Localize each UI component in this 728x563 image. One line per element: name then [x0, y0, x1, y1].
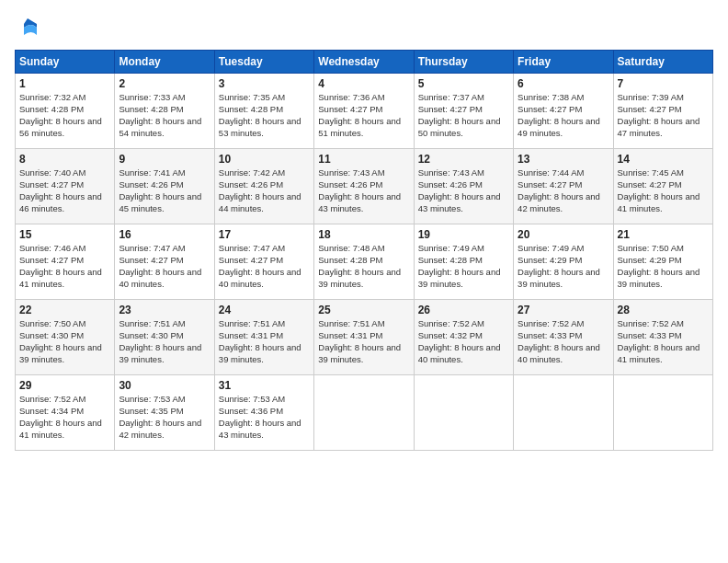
day-info: Sunrise: 7:49 AMSunset: 4:29 PMDaylight:… [518, 243, 609, 290]
day-info: Sunrise: 7:52 AMSunset: 4:32 PMDaylight:… [418, 318, 509, 365]
calendar-header-cell: Monday [115, 51, 214, 74]
calendar-week-row: 22Sunrise: 7:50 AMSunset: 4:30 PMDayligh… [16, 300, 713, 375]
logo [15, 15, 44, 40]
day-info: Sunrise: 7:40 AMSunset: 4:27 PMDaylight:… [19, 167, 110, 214]
day-number: 4 [318, 76, 409, 91]
day-number: 26 [418, 303, 509, 317]
day-info: Sunrise: 7:33 AMSunset: 4:28 PMDaylight:… [119, 92, 210, 139]
day-number: 27 [518, 303, 609, 317]
day-info: Sunrise: 7:49 AMSunset: 4:28 PMDaylight:… [418, 243, 509, 290]
day-number: 15 [19, 227, 110, 242]
day-number: 7 [618, 76, 709, 91]
calendar-cell: 27Sunrise: 7:52 AMSunset: 4:33 PMDayligh… [514, 300, 613, 375]
calendar-cell: 6Sunrise: 7:38 AMSunset: 4:27 PMDaylight… [514, 74, 613, 149]
calendar-cell: 17Sunrise: 7:47 AMSunset: 4:27 PMDayligh… [214, 224, 313, 300]
calendar-cell: 15Sunrise: 7:46 AMSunset: 4:27 PMDayligh… [16, 224, 115, 300]
calendar-cell: 21Sunrise: 7:50 AMSunset: 4:29 PMDayligh… [613, 224, 712, 300]
calendar-week-row: 1Sunrise: 7:32 AMSunset: 4:28 PMDaylight… [16, 74, 713, 149]
day-number: 17 [219, 227, 310, 242]
calendar-cell: 26Sunrise: 7:52 AMSunset: 4:32 PMDayligh… [414, 300, 513, 375]
day-info: Sunrise: 7:51 AMSunset: 4:31 PMDaylight:… [219, 318, 310, 365]
calendar-cell: 18Sunrise: 7:48 AMSunset: 4:28 PMDayligh… [314, 224, 414, 300]
day-info: Sunrise: 7:53 AMSunset: 4:35 PMDaylight:… [119, 394, 210, 441]
day-info: Sunrise: 7:43 AMSunset: 4:26 PMDaylight:… [418, 167, 509, 214]
day-info: Sunrise: 7:42 AMSunset: 4:26 PMDaylight:… [219, 167, 310, 214]
day-number: 31 [219, 378, 310, 393]
calendar-cell: 9Sunrise: 7:41 AMSunset: 4:26 PMDaylight… [115, 149, 214, 224]
calendar-cell: 8Sunrise: 7:40 AMSunset: 4:27 PMDaylight… [16, 149, 115, 224]
day-info: Sunrise: 7:50 AMSunset: 4:29 PMDaylight:… [618, 243, 709, 290]
day-number: 30 [119, 378, 210, 393]
calendar-cell: 2Sunrise: 7:33 AMSunset: 4:28 PMDaylight… [115, 74, 214, 149]
calendar-table: SundayMondayTuesdayWednesdayThursdayFrid… [15, 50, 713, 451]
calendar-cell: 29Sunrise: 7:52 AMSunset: 4:34 PMDayligh… [16, 375, 115, 451]
logo-icon [15, 15, 40, 40]
day-info: Sunrise: 7:52 AMSunset: 4:33 PMDaylight:… [518, 318, 609, 365]
calendar-cell: 19Sunrise: 7:49 AMSunset: 4:28 PMDayligh… [414, 224, 513, 300]
calendar-week-row: 8Sunrise: 7:40 AMSunset: 4:27 PMDaylight… [16, 149, 713, 224]
day-number: 24 [219, 303, 310, 317]
calendar-cell [314, 375, 414, 451]
day-info: Sunrise: 7:51 AMSunset: 4:31 PMDaylight:… [318, 318, 409, 365]
day-info: Sunrise: 7:51 AMSunset: 4:30 PMDaylight:… [119, 318, 210, 365]
calendar-header-cell: Saturday [613, 51, 712, 74]
day-info: Sunrise: 7:44 AMSunset: 4:27 PMDaylight:… [518, 167, 609, 214]
day-number: 18 [318, 227, 409, 242]
day-number: 21 [618, 227, 709, 242]
calendar-cell: 12Sunrise: 7:43 AMSunset: 4:26 PMDayligh… [414, 149, 513, 224]
calendar-header-cell: Tuesday [214, 51, 313, 74]
day-number: 14 [618, 152, 709, 167]
day-info: Sunrise: 7:36 AMSunset: 4:27 PMDaylight:… [318, 92, 409, 139]
day-info: Sunrise: 7:47 AMSunset: 4:27 PMDaylight:… [119, 243, 210, 290]
day-info: Sunrise: 7:41 AMSunset: 4:26 PMDaylight:… [119, 167, 210, 214]
day-info: Sunrise: 7:32 AMSunset: 4:28 PMDaylight:… [19, 92, 110, 139]
calendar-header-cell: Friday [514, 51, 613, 74]
day-number: 28 [618, 303, 709, 317]
calendar-week-row: 29Sunrise: 7:52 AMSunset: 4:34 PMDayligh… [16, 375, 713, 451]
day-info: Sunrise: 7:50 AMSunset: 4:30 PMDaylight:… [19, 318, 110, 365]
day-number: 3 [219, 76, 310, 91]
day-info: Sunrise: 7:38 AMSunset: 4:27 PMDaylight:… [518, 92, 609, 139]
calendar-cell: 5Sunrise: 7:37 AMSunset: 4:27 PMDaylight… [414, 74, 513, 149]
calendar-cell: 14Sunrise: 7:45 AMSunset: 4:27 PMDayligh… [613, 149, 712, 224]
calendar-cell: 4Sunrise: 7:36 AMSunset: 4:27 PMDaylight… [314, 74, 414, 149]
day-number: 25 [318, 303, 409, 317]
calendar-cell: 25Sunrise: 7:51 AMSunset: 4:31 PMDayligh… [314, 300, 414, 375]
day-info: Sunrise: 7:47 AMSunset: 4:27 PMDaylight:… [219, 243, 310, 290]
day-number: 22 [19, 303, 110, 317]
day-number: 20 [518, 227, 609, 242]
calendar-header-cell: Thursday [414, 51, 513, 74]
calendar-cell: 31Sunrise: 7:53 AMSunset: 4:36 PMDayligh… [214, 375, 313, 451]
day-number: 1 [19, 76, 110, 91]
calendar-cell: 11Sunrise: 7:43 AMSunset: 4:26 PMDayligh… [314, 149, 414, 224]
day-number: 16 [119, 227, 210, 242]
calendar-cell [613, 375, 712, 451]
calendar-cell [414, 375, 513, 451]
day-number: 9 [119, 152, 210, 167]
day-info: Sunrise: 7:45 AMSunset: 4:27 PMDaylight:… [618, 167, 709, 214]
calendar-cell: 30Sunrise: 7:53 AMSunset: 4:35 PMDayligh… [115, 375, 214, 451]
calendar-cell: 22Sunrise: 7:50 AMSunset: 4:30 PMDayligh… [16, 300, 115, 375]
calendar-cell: 7Sunrise: 7:39 AMSunset: 4:27 PMDaylight… [613, 74, 712, 149]
header [15, 15, 713, 40]
calendar-cell: 28Sunrise: 7:52 AMSunset: 4:33 PMDayligh… [613, 300, 712, 375]
calendar-cell: 13Sunrise: 7:44 AMSunset: 4:27 PMDayligh… [514, 149, 613, 224]
day-number: 6 [518, 76, 609, 91]
day-number: 10 [219, 152, 310, 167]
calendar-cell: 20Sunrise: 7:49 AMSunset: 4:29 PMDayligh… [514, 224, 613, 300]
day-info: Sunrise: 7:52 AMSunset: 4:33 PMDaylight:… [618, 318, 709, 365]
calendar-cell: 24Sunrise: 7:51 AMSunset: 4:31 PMDayligh… [214, 300, 313, 375]
day-number: 19 [418, 227, 509, 242]
day-info: Sunrise: 7:39 AMSunset: 4:27 PMDaylight:… [618, 92, 709, 139]
day-info: Sunrise: 7:37 AMSunset: 4:27 PMDaylight:… [418, 92, 509, 139]
calendar-cell: 1Sunrise: 7:32 AMSunset: 4:28 PMDaylight… [16, 74, 115, 149]
page: SundayMondayTuesdayWednesdayThursdayFrid… [0, 0, 728, 563]
day-number: 29 [19, 378, 110, 393]
day-info: Sunrise: 7:43 AMSunset: 4:26 PMDaylight:… [318, 167, 409, 214]
day-info: Sunrise: 7:46 AMSunset: 4:27 PMDaylight:… [19, 243, 110, 290]
day-info: Sunrise: 7:53 AMSunset: 4:36 PMDaylight:… [219, 394, 310, 441]
calendar-week-row: 15Sunrise: 7:46 AMSunset: 4:27 PMDayligh… [16, 224, 713, 300]
day-info: Sunrise: 7:52 AMSunset: 4:34 PMDaylight:… [19, 394, 110, 441]
day-info: Sunrise: 7:35 AMSunset: 4:28 PMDaylight:… [219, 92, 310, 139]
day-number: 5 [418, 76, 509, 91]
